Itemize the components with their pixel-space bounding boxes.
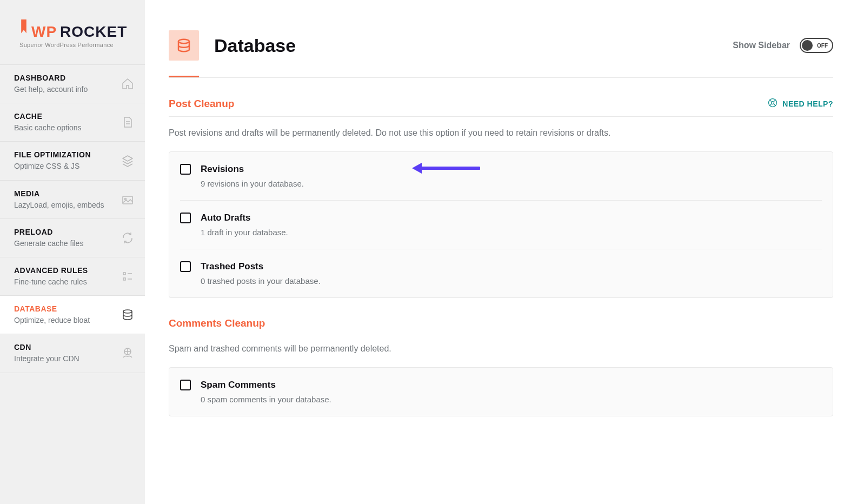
globe-hand-icon xyxy=(121,347,134,360)
help-icon xyxy=(767,97,778,110)
section-comments-cleanup: Comments Cleanup Spam and trashed commen… xyxy=(145,298,857,416)
refresh-icon xyxy=(121,231,134,244)
list-icon xyxy=(121,270,134,283)
option-title: Trashed Posts xyxy=(201,261,321,272)
section-desc: Spam and trashed comments will be perman… xyxy=(169,333,833,367)
arrow-annotation-icon xyxy=(410,162,480,177)
sidebar-item-cache[interactable]: CACHE Basic cache options xyxy=(0,103,145,141)
option-sub: 9 revisions in your database. xyxy=(201,179,304,188)
option-title: Spam Comments xyxy=(201,380,331,390)
home-icon xyxy=(121,77,134,90)
svg-point-4 xyxy=(123,310,132,313)
nav-title: PRELOAD xyxy=(14,228,116,236)
page-title: Database xyxy=(214,35,296,56)
nav-title: MEDIA xyxy=(14,189,116,198)
sidebar: WP ROCKET Superior WordPress Performance… xyxy=(0,0,145,504)
section-title: Comments Cleanup xyxy=(169,317,265,329)
sidebar-item-file-optimization[interactable]: FILE OPTIMIZATION Optimize CSS & JS xyxy=(0,141,145,180)
toggle-state-label: OFF xyxy=(817,43,828,49)
sidebar-item-media[interactable]: MEDIA LazyLoad, emojis, embeds xyxy=(0,180,145,218)
svg-point-8 xyxy=(772,102,774,104)
sidebar-nav: DASHBOARD Get help, account info CACHE B… xyxy=(0,64,145,373)
option-spam-comments: Spam Comments 0 spam comments in your da… xyxy=(169,368,833,416)
logo-rocket: ROCKET xyxy=(60,23,127,41)
nav-title: FILE OPTIMIZATION xyxy=(14,150,116,159)
svg-point-1 xyxy=(125,198,127,200)
help-label: NEED HELP? xyxy=(782,100,833,108)
document-icon xyxy=(121,116,134,129)
checkbox-auto-drafts[interactable] xyxy=(180,213,191,223)
sidebar-item-advanced-rules[interactable]: ADVANCED RULES Fine-tune cache rules xyxy=(0,257,145,295)
option-title: Revisions xyxy=(201,164,304,175)
logo-ribbon-icon xyxy=(19,19,28,39)
nav-sub: Get help, account info xyxy=(14,84,116,94)
option-sub: 1 draft in your database. xyxy=(201,228,288,237)
option-trashed-posts: Trashed Posts 0 trashed posts in your da… xyxy=(180,249,822,297)
logo-tagline: Superior WordPress Performance xyxy=(19,42,132,48)
nav-sub: LazyLoad, emojis, embeds xyxy=(14,200,116,210)
page-header: Database Show Sidebar OFF xyxy=(145,0,857,76)
need-help-link[interactable]: NEED HELP? xyxy=(767,97,833,110)
option-sub: 0 trashed posts in your database. xyxy=(201,276,321,286)
nav-sub: Optimize, reduce bloat xyxy=(14,315,116,325)
checkbox-trashed-posts[interactable] xyxy=(180,261,191,272)
options-box: Spam Comments 0 spam comments in your da… xyxy=(169,367,833,416)
image-icon xyxy=(121,193,134,206)
svg-point-6 xyxy=(178,39,189,44)
section-title: Post Cleanup xyxy=(169,98,234,110)
sidebar-item-dashboard[interactable]: DASHBOARD Get help, account info xyxy=(0,64,145,103)
section-desc: Post revisions and drafts will be perman… xyxy=(169,117,833,151)
main-content: Database Show Sidebar OFF Post Cleanup N… xyxy=(145,0,857,504)
layers-icon xyxy=(121,154,134,167)
nav-title: CDN xyxy=(14,343,116,352)
option-title: Auto Drafts xyxy=(201,213,288,223)
option-sub: 0 spam comments in your database. xyxy=(201,395,331,404)
nav-sub: Fine-tune cache rules xyxy=(14,277,116,287)
nav-title: DASHBOARD xyxy=(14,74,116,82)
option-auto-drafts: Auto Drafts 1 draft in your database. xyxy=(180,200,822,249)
checkbox-spam-comments[interactable] xyxy=(180,380,191,390)
nav-title: ADVANCED RULES xyxy=(14,266,116,275)
sidebar-item-preload[interactable]: PRELOAD Generate cache files xyxy=(0,218,145,257)
nav-title: CACHE xyxy=(14,112,116,121)
section-post-cleanup: Post Cleanup NEED HELP? Post revisions a… xyxy=(145,78,857,298)
database-icon xyxy=(121,308,134,321)
sidebar-item-cdn[interactable]: CDN Integrate your CDN xyxy=(0,334,145,373)
nav-sub: Integrate your CDN xyxy=(14,354,116,363)
option-revisions: Revisions 9 revisions in your database. xyxy=(169,152,833,200)
options-box: Revisions 9 revisions in your database. … xyxy=(169,151,833,298)
toggle-knob xyxy=(802,40,813,51)
show-sidebar-toggle[interactable]: OFF xyxy=(800,38,833,53)
nav-sub: Basic cache options xyxy=(14,123,116,132)
svg-rect-3 xyxy=(123,278,125,280)
logo: WP ROCKET Superior WordPress Performance xyxy=(0,0,145,64)
page-database-icon xyxy=(169,30,199,61)
svg-rect-2 xyxy=(123,273,125,275)
nav-sub: Generate cache files xyxy=(14,238,116,248)
logo-wp: WP xyxy=(31,23,57,41)
show-sidebar-label: Show Sidebar xyxy=(733,41,790,50)
sidebar-item-database[interactable]: DATABASE Optimize, reduce bloat xyxy=(0,295,145,334)
checkbox-revisions[interactable] xyxy=(180,164,191,175)
nav-sub: Optimize CSS & JS xyxy=(14,161,116,171)
nav-title: DATABASE xyxy=(14,304,116,313)
